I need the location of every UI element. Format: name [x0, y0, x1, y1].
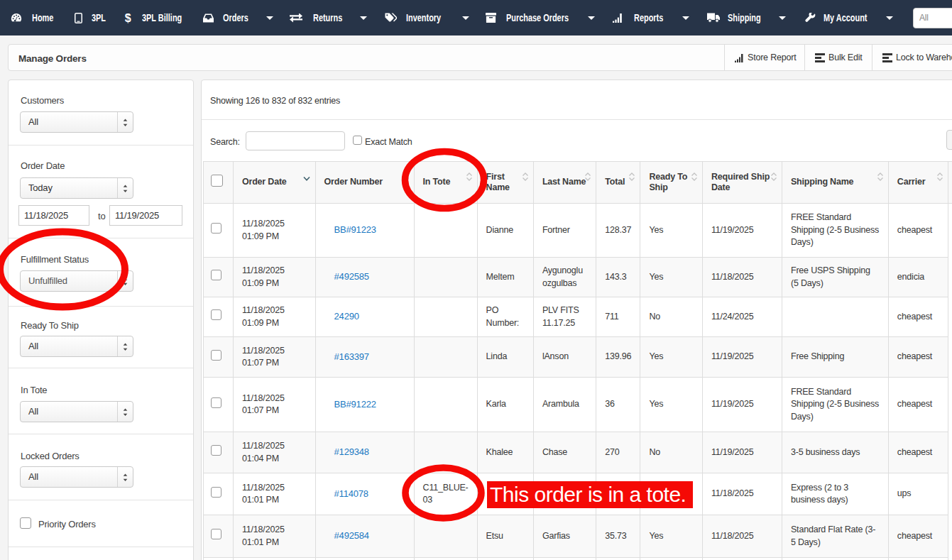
svg-text:$: $ — [125, 12, 131, 24]
